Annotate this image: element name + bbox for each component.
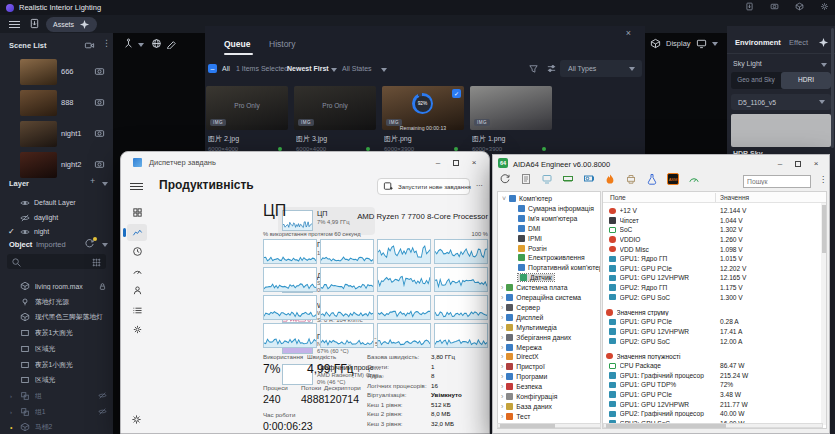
display-caret-icon[interactable]: [712, 42, 718, 46]
tm-nav-startup-apps[interactable]: [127, 263, 147, 280]
aida-tool-device[interactable]: [541, 173, 553, 185]
layer-collapse-icon[interactable]: [102, 182, 108, 186]
object-header[interactable]: Object: [9, 240, 32, 249]
object-item[interactable]: 区域光: [0, 342, 113, 356]
object-expand-caret[interactable]: ›: [10, 409, 15, 415]
aida-sensor-row[interactable]: CPU Package86.47 W: [603, 361, 821, 371]
scene-item[interactable]: 666: [0, 58, 113, 88]
aida-minimize-button[interactable]: –: [771, 157, 789, 170]
sort-caret-icon[interactable]: [331, 68, 337, 72]
sky-light-header[interactable]: Sky Light: [733, 60, 762, 67]
aida-search-input[interactable]: [743, 175, 811, 188]
tree-item[interactable]: Портативний комп'ютер: [518, 264, 601, 271]
env-sparkle-icon[interactable]: [818, 37, 829, 48]
object-item[interactable]: •马桶2: [0, 420, 113, 434]
tm-nav-services[interactable]: [127, 321, 147, 338]
scene-item[interactable]: 888: [0, 89, 113, 119]
tree-expand-caret[interactable]: ›: [501, 304, 503, 311]
tree-root[interactable]: ˅Комп'ютер: [502, 195, 552, 202]
tree-expand-caret[interactable]: ›: [501, 413, 503, 420]
grid-view-icon[interactable]: [91, 257, 102, 268]
aida-sensor-row[interactable]: Чіпсет1.044 V: [603, 216, 821, 226]
tree-item[interactable]: IPMI: [518, 235, 542, 242]
tab-effect[interactable]: Effect: [789, 38, 808, 47]
aida-sensor-row[interactable]: SoC1.302 V: [603, 225, 821, 235]
tool-caret-icon[interactable]: [138, 43, 144, 47]
aida-tool-asm[interactable]: ASM: [667, 173, 679, 185]
column-value[interactable]: Значення: [720, 194, 749, 201]
object-item[interactable]: living room.max: [0, 279, 113, 293]
tree-item-collapsed[interactable]: ›Конфігурація: [501, 393, 557, 400]
tree-expand-caret[interactable]: ›: [501, 373, 503, 380]
tree-item-collapsed[interactable]: ›Програми: [501, 373, 547, 380]
object-item[interactable]: 区域光: [0, 373, 113, 387]
tree-item-collapsed[interactable]: ›Мережа: [501, 344, 542, 351]
sky-light-caret-icon[interactable]: [821, 63, 827, 67]
aida-tool-flame[interactable]: [604, 173, 616, 185]
queue-card[interactable]: IMGPro Only图片 2.jpg6000×4000: [206, 86, 288, 158]
tree-item-collapsed[interactable]: ›DirectX: [501, 353, 539, 360]
tree-item-collapsed[interactable]: ›Системна плата: [501, 284, 567, 291]
object-search-input[interactable]: [7, 254, 106, 269]
aida-sensor-row[interactable]: GPU2: GPU SoC12.00 A: [603, 336, 821, 346]
tree-expand-caret[interactable]: ›: [501, 284, 503, 291]
aida-tool-refresh[interactable]: [499, 173, 511, 185]
tree-item-collapsed[interactable]: ›База даних: [501, 403, 552, 410]
aida-sensor-row[interactable]: GPU1: GPU 12VHPWR211.77 W: [603, 399, 821, 409]
object-item[interactable]: 夜景1小面光: [0, 358, 113, 372]
queue-close-icon[interactable]: ×: [626, 28, 631, 38]
aida-sensor-row[interactable]: GPU1: GPU PCIe0.28 A: [603, 317, 821, 327]
cube-icon[interactable]: [650, 38, 661, 49]
aida-sensor-row[interactable]: GPU2: Ядро ГП1.175 V: [603, 283, 821, 293]
aida-sensor-row[interactable]: GPU2: Графічний процесор40.00 W: [603, 409, 821, 419]
hdri-preview[interactable]: [731, 114, 831, 147]
tree-item-collapsed[interactable]: ›Операційна система: [501, 294, 581, 301]
aida-sensor-row[interactable]: GPU1: GPU TDP%72%: [603, 380, 821, 390]
object-tab-imported[interactable]: Imported: [36, 240, 66, 249]
tree-item-collapsed[interactable]: ›Зберігання даних: [501, 334, 571, 341]
aida-sensor-row[interactable]: GPU1: Графічний процесор215.24 W: [603, 371, 821, 381]
tree-item-collapsed[interactable]: ›Безпека: [501, 383, 542, 390]
tm-maximize-button[interactable]: [447, 156, 465, 169]
aida-close-button[interactable]: ×: [807, 157, 825, 170]
tm-close-button[interactable]: ×: [465, 156, 483, 169]
scene-video-icon[interactable]: [84, 40, 95, 51]
sort-dropdown[interactable]: Newest First: [287, 65, 329, 72]
tree-item-collapsed[interactable]: ›Пристрої: [501, 363, 545, 370]
filter-funnel-icon[interactable]: [528, 63, 539, 74]
state-dropdown[interactable]: All States: [342, 65, 372, 72]
tree-item-collapsed[interactable]: ›Мультимедіа: [501, 324, 557, 331]
queue-card[interactable]: IMGPro Only图片 3.jpg6000×4000: [294, 86, 376, 158]
aida-sensor-row[interactable]: GPU1: GPU 12VHPWR17.41 A: [603, 327, 821, 337]
tab-history[interactable]: History: [269, 39, 295, 49]
import-icon[interactable]: [29, 18, 40, 29]
aida-sensor-row[interactable]: VDD Misc1.098 V: [603, 244, 821, 254]
globe-icon[interactable]: [151, 38, 162, 49]
tree-item[interactable]: Датчик: [518, 274, 554, 281]
tree-expand-caret[interactable]: ›: [501, 314, 503, 321]
tree-expand-caret[interactable]: ›: [501, 393, 503, 400]
tree-expand-caret[interactable]: ›: [501, 353, 503, 360]
aida-tool-report[interactable]: [520, 173, 532, 185]
tree-item[interactable]: Розгін: [518, 245, 547, 252]
tm-nav-details[interactable]: [127, 302, 147, 319]
display-label[interactable]: Display: [666, 39, 691, 48]
tree-expand-caret[interactable]: ›: [501, 363, 503, 370]
aida-sensor-row[interactable]: GPU2: GPU SoC1.300 V: [603, 292, 821, 302]
tree-expand-caret[interactable]: ›: [501, 344, 503, 351]
aida-sensor-row[interactable]: GPU1: GPU 12VHPWR12.165 V: [603, 273, 821, 283]
tm-nav-menu-icon[interactable]: [130, 183, 143, 190]
layer-item[interactable]: daylight: [0, 211, 113, 225]
tree-item[interactable]: DMI: [518, 225, 540, 232]
aida-sensor-row[interactable]: Значення потужності: [603, 351, 821, 361]
scene-item[interactable]: night1: [0, 120, 113, 150]
tm-more-button[interactable]: ...: [476, 179, 483, 188]
filter-sliders-icon[interactable]: [546, 63, 557, 74]
tree-item[interactable]: Сумарна інформація: [518, 205, 594, 212]
object-item[interactable]: 现代黑色三脚架落地灯: [0, 310, 113, 324]
layer-add-icon[interactable]: +: [90, 176, 95, 186]
column-field[interactable]: Поле: [610, 194, 626, 201]
queue-card[interactable]: IMG✓92%Remaining 00:00:13图片.png6000×3900: [382, 86, 464, 158]
assets-button[interactable]: Assets: [46, 17, 97, 32]
object-expand-caret[interactable]: ›: [10, 393, 15, 399]
